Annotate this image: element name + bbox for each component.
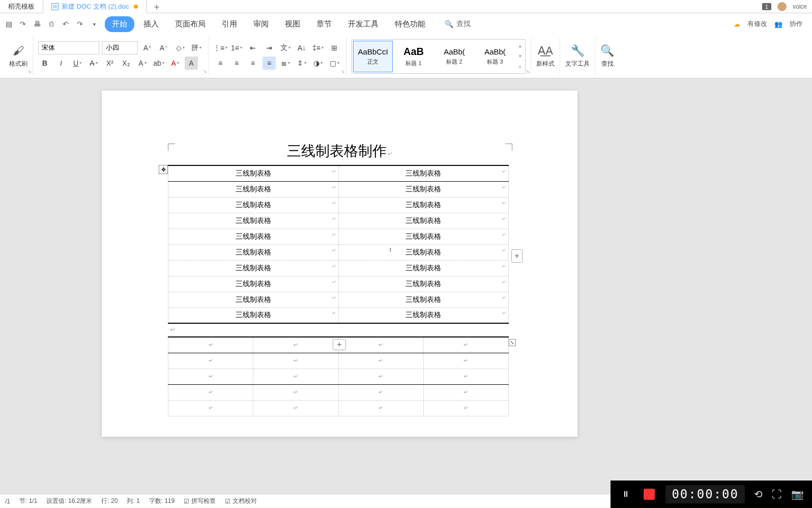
table-row[interactable]: ↵↵↵↵ bbox=[168, 400, 509, 416]
table-cell[interactable]: 三线制表格 bbox=[338, 244, 509, 260]
table-cell[interactable]: 三线制表格 bbox=[338, 260, 509, 276]
align-right-button[interactable]: ≡ bbox=[246, 57, 259, 70]
style-down-icon[interactable]: ▾ bbox=[516, 53, 524, 59]
table-cell[interactable]: ↵ bbox=[338, 337, 423, 353]
table-row[interactable]: 三线制表格三线制表格 bbox=[168, 276, 509, 292]
align-center-button[interactable]: ≡ bbox=[230, 57, 243, 70]
increase-indent-button[interactable]: ⇥ bbox=[263, 41, 276, 54]
menu-special[interactable]: 特色功能 bbox=[388, 16, 432, 32]
table-row[interactable]: 三线制表格三线制表格 bbox=[168, 229, 509, 244]
three-line-table[interactable]: 三线制表格三线制表格三线制表格三线制表格三线制表格三线制表格三线制表格三线制表格… bbox=[168, 165, 509, 324]
table-row[interactable]: 三线制表格三线制表格 bbox=[168, 197, 509, 213]
table-cell[interactable]: 三线制表格 bbox=[168, 307, 339, 323]
tab-template[interactable]: 稻壳模板 bbox=[0, 0, 43, 13]
distribute-button[interactable]: ≣ bbox=[279, 57, 292, 70]
table-cell[interactable]: ↵ bbox=[338, 384, 423, 400]
add-row-button[interactable]: + bbox=[511, 249, 523, 263]
qa-more-icon[interactable]: ▾ bbox=[90, 19, 99, 29]
table-move-handle[interactable]: ✥ bbox=[159, 165, 168, 174]
table-cell[interactable]: 三线制表格 bbox=[338, 307, 509, 323]
font-name-select[interactable] bbox=[38, 41, 99, 54]
table-row[interactable]: ↵↵↵↵ bbox=[168, 369, 509, 384]
table-cell[interactable]: ↵ bbox=[253, 369, 338, 384]
has-changes-label[interactable]: 有修改 bbox=[747, 19, 767, 29]
style-launcher-icon[interactable]: ↘ bbox=[526, 69, 530, 74]
stop-button[interactable] bbox=[642, 487, 656, 501]
camera-rotate-icon[interactable]: ⟲ bbox=[754, 488, 763, 500]
italic-button[interactable]: I bbox=[54, 57, 68, 70]
menu-view[interactable]: 视图 bbox=[278, 16, 307, 32]
table-cell[interactable]: ↵ bbox=[423, 353, 508, 369]
preview-icon[interactable]: ⎙ bbox=[47, 19, 56, 29]
table-row[interactable]: ↵↵↵↵ bbox=[168, 353, 509, 369]
collab-label[interactable]: 协作 bbox=[790, 19, 803, 29]
table-cell[interactable]: 三线制表格 bbox=[338, 276, 509, 292]
table-cell[interactable]: ↵ bbox=[338, 369, 423, 384]
style-more-icon[interactable]: ≡ bbox=[516, 64, 524, 69]
table-cell[interactable]: ↵ bbox=[168, 400, 253, 416]
pause-button[interactable]: ⏸ bbox=[619, 487, 633, 501]
paragraph-launcher-icon[interactable]: ↘ bbox=[341, 69, 345, 74]
table-cell[interactable]: ↵ bbox=[423, 400, 508, 416]
table-cell[interactable]: ↵ bbox=[168, 369, 253, 384]
superscript-button[interactable]: X² bbox=[103, 57, 117, 70]
table-cell[interactable]: 三线制表格 bbox=[168, 260, 339, 276]
table-cell[interactable]: ↵ bbox=[168, 384, 253, 400]
style-heading3[interactable]: AaBb( 标题 3 bbox=[475, 41, 515, 72]
table-row[interactable]: 三线制表格三线制表格 bbox=[168, 213, 509, 229]
table-cell[interactable]: 三线制表格 bbox=[338, 165, 509, 181]
table-cell[interactable]: 三线制表格 bbox=[338, 181, 509, 197]
status-page[interactable]: /1 bbox=[5, 498, 10, 505]
bold-button[interactable]: B bbox=[38, 57, 51, 70]
increase-font-button[interactable]: A⁺ bbox=[141, 41, 154, 54]
clear-format-button[interactable]: ◇ bbox=[173, 41, 187, 54]
table-row[interactable]: 三线制表格三线制表格 bbox=[168, 181, 509, 197]
spacing-button[interactable]: ⇕ bbox=[295, 57, 308, 70]
phonetic-button[interactable]: 拼 bbox=[190, 41, 203, 54]
align-justify-button[interactable]: ≡ bbox=[263, 57, 276, 70]
table-row[interactable]: 三线制表格三线制表格 bbox=[168, 165, 509, 181]
font-color-button[interactable]: A bbox=[168, 57, 182, 70]
table-cell[interactable]: ↵ bbox=[423, 384, 508, 400]
table-cell[interactable]: 三线制表格 bbox=[168, 276, 339, 292]
font-launcher-icon[interactable]: ↘ bbox=[203, 69, 207, 74]
tab-document[interactable]: W 新建 DOC 文档 (2).doc bbox=[43, 0, 147, 13]
table-cell[interactable]: 三线制表格 bbox=[338, 213, 509, 229]
style-up-icon[interactable]: ▴ bbox=[516, 43, 524, 48]
table-row[interactable]: 三线制表格三线制表格 bbox=[168, 307, 509, 323]
table-cell[interactable]: ↵ bbox=[423, 337, 508, 353]
table-row[interactable]: ↵↵↵↵ bbox=[168, 337, 509, 353]
fullscreen-icon[interactable]: ⛶ bbox=[772, 489, 782, 500]
style-heading2[interactable]: AaBb( 标题 2 bbox=[434, 41, 474, 72]
table-cell[interactable]: ↵ bbox=[338, 400, 423, 416]
user-avatar[interactable] bbox=[777, 2, 787, 11]
table-cell[interactable]: 三线制表格 bbox=[168, 197, 339, 213]
table-row[interactable]: 三线制表格三线制表格 bbox=[168, 260, 509, 276]
table-cell[interactable]: ↵ bbox=[253, 337, 338, 353]
line-spacing-button[interactable]: ‡≡ bbox=[311, 41, 325, 54]
bullets-button[interactable]: ⋮≡ bbox=[214, 41, 227, 54]
print-icon[interactable]: 🖶 bbox=[33, 19, 42, 29]
table-cell[interactable]: ↵ bbox=[338, 353, 423, 369]
search-box[interactable]: 🔍 查找 bbox=[445, 19, 471, 29]
table-cell[interactable]: ↵ bbox=[423, 369, 508, 384]
table-row[interactable]: 三线制表格三线制表格 bbox=[168, 292, 509, 307]
table-cell[interactable]: 三线制表格 bbox=[338, 229, 509, 244]
document-page[interactable]: ✥ 三线制表格制作 三线制表格三线制表格三线制表格三线制表格三线制表格三线制表格… bbox=[102, 91, 577, 437]
status-setting[interactable]: 设置值: 16.2厘米 bbox=[46, 497, 92, 505]
font-size-select[interactable] bbox=[102, 41, 138, 54]
table-cell[interactable]: 三线制表格 bbox=[338, 197, 509, 213]
style-heading1[interactable]: AaB 标题 1 bbox=[394, 41, 433, 72]
status-row[interactable]: 行: 20 bbox=[101, 497, 118, 505]
save-icon[interactable]: ▤ bbox=[4, 19, 13, 29]
decrease-font-button[interactable]: A⁻ bbox=[157, 41, 170, 54]
table-cell[interactable]: 三线制表格 bbox=[168, 292, 339, 307]
table-cell[interactable]: 三线制表格 bbox=[168, 244, 339, 260]
table-cell[interactable]: ↵ bbox=[253, 353, 338, 369]
table-cell[interactable]: ↵ bbox=[253, 400, 338, 416]
numbering-button[interactable]: 1≡ bbox=[230, 41, 243, 54]
text-tools-button[interactable]: 🔧 文字工具 bbox=[565, 44, 590, 68]
find-replace-button[interactable]: 🔍 查找 bbox=[600, 44, 614, 68]
sort-button[interactable]: A↓ bbox=[295, 41, 308, 54]
table-cell[interactable]: 三线制表格 bbox=[168, 181, 339, 197]
